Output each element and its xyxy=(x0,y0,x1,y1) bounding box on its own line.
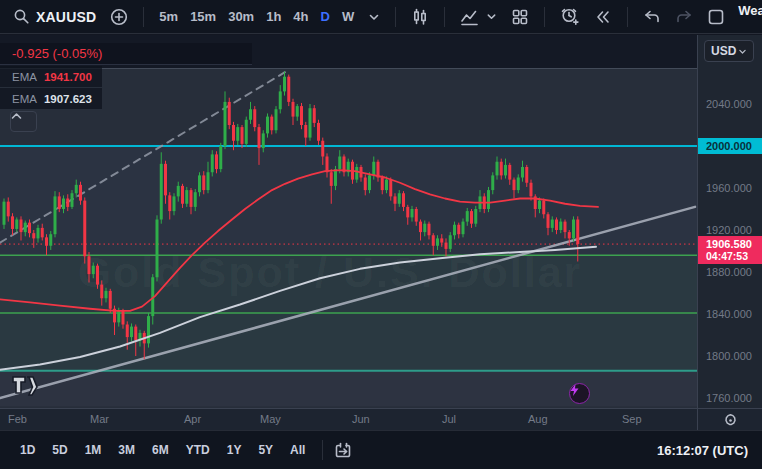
month-label: May xyxy=(260,413,281,425)
month-label: Jun xyxy=(352,413,370,425)
legend-collapse-button[interactable] xyxy=(10,111,37,132)
grid-layout-icon xyxy=(511,8,529,26)
candle-body xyxy=(232,125,235,141)
candle-body xyxy=(525,167,528,183)
timeframe-15m[interactable]: 15m xyxy=(185,6,221,27)
range-ytd[interactable]: YTD xyxy=(180,439,216,461)
replay-icon xyxy=(594,9,612,25)
candle-body xyxy=(105,291,108,298)
candle-body xyxy=(309,108,312,137)
snapshot-button[interactable] xyxy=(702,5,730,29)
candle-body xyxy=(338,157,341,170)
candle-body xyxy=(368,175,371,190)
chart-canvas[interactable]: Gold Spot / U.S. Dollar xyxy=(0,35,697,408)
candle-body xyxy=(428,224,431,236)
candle-body xyxy=(11,216,14,229)
range-3m[interactable]: 3M xyxy=(112,439,141,461)
axis-settings-corner[interactable] xyxy=(697,409,762,431)
candle-body xyxy=(28,223,31,234)
compare-add-button[interactable] xyxy=(105,5,133,29)
candle-body xyxy=(7,202,10,217)
indicators-button[interactable] xyxy=(455,5,502,29)
bar-countdown: 04:47:53 xyxy=(706,250,762,262)
candle-body xyxy=(542,201,545,215)
price-tick-label: 1960.000 xyxy=(706,182,752,194)
candle-body xyxy=(287,77,290,102)
candle-body xyxy=(470,211,473,224)
candle-body xyxy=(402,193,405,207)
candle-body xyxy=(440,238,443,242)
range-all[interactable]: All xyxy=(284,439,311,461)
range-6m[interactable]: 6M xyxy=(146,439,175,461)
symbol-search-button[interactable]: XAUUSD xyxy=(8,5,101,28)
timeframe-5m[interactable]: 5m xyxy=(154,6,183,27)
legend-change-row: -0.925 (-0.05%) xyxy=(0,43,252,65)
candle-body xyxy=(160,164,163,220)
ema-fast-legend[interactable]: EMA 1941.700 xyxy=(0,66,102,87)
ema-slow-legend[interactable]: EMA 1907.623 xyxy=(0,88,102,109)
candle-body xyxy=(211,154,214,172)
candle-body xyxy=(385,180,388,191)
chart-style-button[interactable] xyxy=(406,5,434,29)
quick-trade-button[interactable] xyxy=(569,383,590,404)
candle-body xyxy=(326,157,329,173)
candle-body xyxy=(508,165,511,180)
alert-button[interactable] xyxy=(555,4,585,29)
chevron-down-icon xyxy=(738,47,747,56)
candle-body xyxy=(190,190,193,207)
candle-body xyxy=(168,195,171,211)
price-axis[interactable]: USD 2040.0002000.0001960.0001920.0001880… xyxy=(697,35,762,408)
plus-circle-icon xyxy=(110,8,128,26)
layout-grid-button[interactable] xyxy=(506,5,534,29)
tradingview-logo[interactable] xyxy=(11,374,41,396)
candle-body xyxy=(491,175,494,190)
ema-label: EMA xyxy=(12,93,37,105)
layout-name-label: Wealthy Educ... xyxy=(738,5,762,17)
price-tick-label: 1800.000 xyxy=(706,350,752,362)
timeframe-d[interactable]: D xyxy=(316,6,335,27)
range-1d[interactable]: 1D xyxy=(14,439,41,461)
layout-name-button[interactable]: Wealthy Educ... Save xyxy=(738,5,762,29)
undo-button[interactable] xyxy=(638,6,666,28)
pane-band xyxy=(0,371,697,407)
range-1y[interactable]: 1Y xyxy=(221,439,248,461)
candle-body xyxy=(109,291,112,309)
time-axis[interactable]: FebMarAprMayJunJulAugSep xyxy=(0,408,762,430)
chevron-up-icon xyxy=(11,112,22,120)
timeframe-4h[interactable]: 4h xyxy=(288,6,313,27)
candle-body xyxy=(406,207,409,218)
candle-body xyxy=(436,238,439,245)
candle-body xyxy=(530,183,533,197)
ema-label: EMA xyxy=(12,71,37,83)
chevron-down-icon xyxy=(486,11,497,22)
candle-body xyxy=(130,327,133,338)
timeframe-1h[interactable]: 1h xyxy=(261,6,286,27)
utc-clock[interactable]: 16:12:07 (UTC) xyxy=(657,443,748,458)
top-toolbar: XAUUSD 5m15m30m1h4hDW xyxy=(0,0,762,34)
timeframe-more-button[interactable] xyxy=(363,8,385,26)
timeframe-w[interactable]: W xyxy=(337,6,359,27)
candle-body xyxy=(219,146,222,169)
replay-button[interactable] xyxy=(589,6,617,28)
range-5d[interactable]: 5D xyxy=(46,439,73,461)
candle-body xyxy=(517,178,520,191)
candle-body xyxy=(41,228,44,237)
month-label: Feb xyxy=(8,413,27,425)
candle-body xyxy=(398,193,401,204)
candle-body xyxy=(564,222,567,233)
candle-body xyxy=(185,190,188,204)
candle-body xyxy=(300,106,303,125)
candle-body xyxy=(453,225,456,236)
timeframe-30m[interactable]: 30m xyxy=(223,6,259,27)
timeframe-row: 5m15m30m1h4hDW xyxy=(154,6,359,27)
candle-body xyxy=(83,201,86,257)
currency-dropdown[interactable]: USD xyxy=(704,40,754,62)
lightning-icon xyxy=(570,384,579,396)
chart-pane[interactable]: Gold Spot / U.S. Dollar -0.925 (-0.05%) … xyxy=(0,35,697,408)
range-1m[interactable]: 1M xyxy=(79,439,108,461)
candle-body xyxy=(496,162,499,176)
range-5y[interactable]: 5Y xyxy=(252,439,279,461)
go-to-date-button[interactable] xyxy=(329,438,358,462)
square-icon xyxy=(707,8,725,26)
redo-button[interactable] xyxy=(670,6,698,28)
